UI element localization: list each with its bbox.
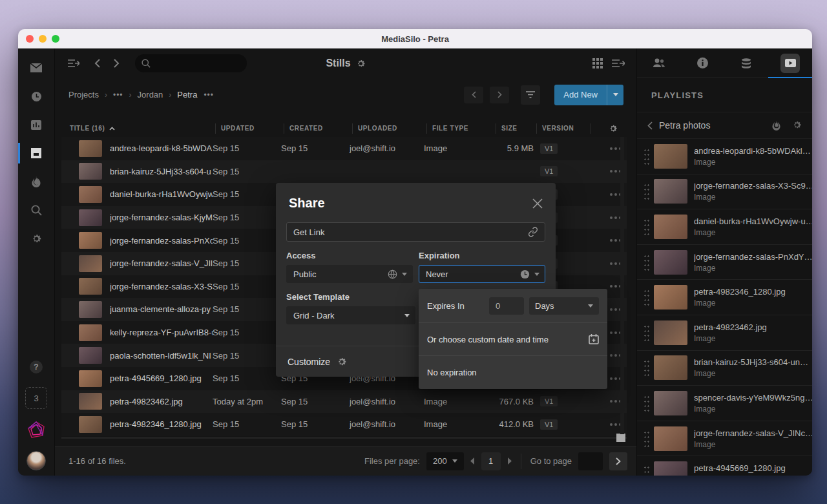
row-menu-button[interactable] [566, 193, 627, 196]
drag-handle-icon[interactable] [644, 465, 649, 476]
table-row[interactable]: petra-49823462.jpg Today at 2pm Sep 15 j… [61, 390, 627, 414]
horizontal-scrollbar-track[interactable] [61, 437, 627, 439]
playlist-item[interactable]: spencer-davis-yYeM9Wkz5ng… Image [637, 386, 812, 421]
drag-handle-icon[interactable] [644, 359, 649, 376]
tab-playlists[interactable] [768, 48, 812, 78]
file-thumbnail[interactable] [79, 209, 102, 226]
filter-icon[interactable] [521, 85, 540, 105]
custom-date-option[interactable]: Or choose custom date and time [419, 323, 607, 355]
no-expiration-option[interactable]: No expiration [419, 356, 607, 388]
file-title[interactable]: jorge-fernandez-salas-PnXc [110, 236, 213, 246]
playlist-item[interactable]: jorge-fernandez-salas-PnXdY… Image [637, 245, 812, 280]
files-per-page-select[interactable]: 200 [426, 452, 464, 470]
activity-flame-icon[interactable] [18, 167, 55, 196]
breadcrumb-projects[interactable]: Projects [68, 90, 99, 100]
file-thumbnail[interactable] [79, 416, 102, 433]
back-chevron-icon[interactable] [647, 121, 653, 130]
file-title[interactable]: paola-schotten-ldf5w1lk_NI [110, 351, 213, 361]
flame-icon[interactable] [772, 120, 780, 131]
playlist-thumbnail[interactable] [654, 215, 687, 239]
grid-view-icon[interactable] [592, 58, 603, 68]
back-icon[interactable] [87, 54, 107, 73]
table-row[interactable]: andrea-leopardi-k8-5bWDA Sep 15 Sep 15 j… [61, 137, 627, 160]
file-title[interactable]: petra-4945669_1280.jpg [110, 373, 213, 383]
search-icon[interactable] [18, 196, 55, 224]
collapse-sidebar-icon[interactable] [64, 54, 83, 73]
expiration-select[interactable]: Never [419, 265, 545, 283]
add-new-button[interactable]: Add New [554, 85, 623, 105]
add-new-dropdown[interactable] [607, 85, 623, 105]
tab-info[interactable] [681, 48, 725, 78]
column-header-uploaded[interactable]: UPLOADED [352, 123, 426, 134]
playlist-settings-gear-icon[interactable] [792, 120, 802, 130]
mail-icon[interactable] [18, 54, 55, 82]
column-settings-gear-icon[interactable] [609, 124, 618, 133]
row-menu-button[interactable] [566, 216, 627, 219]
file-title[interactable]: petra-4982346_1280.jpg [110, 419, 213, 429]
projects-icon[interactable] [18, 139, 55, 167]
row-menu-button[interactable] [566, 423, 627, 426]
row-menu-button[interactable] [566, 239, 627, 242]
row-menu-button[interactable] [566, 285, 627, 288]
playlist-item[interactable]: brian-kairuz-5JHj33-s604-un… Image [637, 351, 812, 386]
upload-queue-button[interactable]: 3 [18, 381, 55, 415]
queue-panel-icon[interactable] [612, 59, 625, 68]
drag-handle-icon[interactable] [644, 395, 649, 412]
current-page[interactable]: 1 [481, 452, 501, 470]
template-select[interactable]: Grid - Dark [286, 306, 415, 324]
file-title[interactable]: daniel-burka-rHa1WvOywjw [110, 189, 213, 199]
row-menu-button[interactable] [566, 262, 627, 265]
file-title[interactable]: kelly-repreza-YF-puAvrIB8-u [110, 328, 213, 337]
playlist-item[interactable]: petra-4945669_1280.jpg Image [637, 456, 812, 476]
customize-gear-icon[interactable] [337, 357, 347, 367]
tab-collaborators[interactable] [637, 48, 681, 78]
drag-handle-icon[interactable] [644, 430, 649, 447]
playlist-thumbnail[interactable] [654, 179, 687, 204]
file-title[interactable]: juanma-clemente-alloza-py [110, 304, 213, 314]
file-thumbnail[interactable] [79, 232, 102, 249]
next-page-button[interactable] [490, 87, 509, 103]
playlist-thumbnail[interactable] [654, 250, 687, 275]
forward-icon[interactable] [107, 54, 126, 73]
file-title[interactable]: petra-49823462.jpg [110, 397, 213, 406]
file-title[interactable]: jorge-fernandez-salas-V_JIl [110, 258, 213, 268]
breadcrumb-petra[interactable]: Petra [177, 90, 197, 100]
expires-in-input[interactable] [489, 297, 524, 315]
playlist-item[interactable]: jorge-fernandez-salas-X3-Sc9… Image [637, 174, 812, 210]
breadcrumb-collapsed[interactable]: ••• [113, 90, 123, 100]
file-thumbnail[interactable] [79, 393, 102, 410]
file-thumbnail[interactable] [79, 163, 102, 180]
drag-handle-icon[interactable] [644, 324, 649, 341]
search-input[interactable] [135, 54, 247, 72]
playlist-thumbnail[interactable] [654, 285, 687, 310]
table-row[interactable]: brian-kairuz-5JHj33-s604-u Sep 15 V1 [61, 160, 627, 184]
playlist-item[interactable]: petra-4982346_1280.jpg Image [637, 280, 812, 315]
playlist-thumbnail[interactable] [654, 320, 687, 345]
drag-handle-icon[interactable] [644, 289, 649, 306]
breadcrumb-jordan[interactable]: Jordan [138, 90, 163, 100]
column-header-updated[interactable]: UPDATED [215, 123, 284, 134]
file-title[interactable]: brian-kairuz-5JHj33-s604-u [110, 167, 213, 176]
next-page-icon[interactable] [507, 457, 512, 465]
file-thumbnail[interactable] [79, 324, 102, 341]
playlist-item[interactable]: daniel-burka-rHa1WvOywjw-u… Image [637, 209, 812, 245]
row-menu-button[interactable] [566, 400, 627, 403]
help-icon[interactable]: ? [18, 353, 55, 381]
column-header-version[interactable]: VERSION [536, 123, 591, 134]
drag-handle-icon[interactable] [644, 148, 649, 165]
playlist-thumbnail[interactable] [654, 461, 687, 476]
tab-storage[interactable] [725, 48, 769, 78]
access-select[interactable]: Public [286, 265, 413, 283]
go-to-page-button[interactable] [609, 452, 627, 470]
column-header-size[interactable]: SIZE [496, 123, 536, 134]
close-icon[interactable] [532, 198, 543, 209]
playlist-name[interactable]: Petra photos [659, 120, 710, 131]
column-header-created[interactable]: CREATED [284, 123, 352, 134]
stats-icon[interactable] [18, 110, 55, 139]
user-avatar[interactable] [18, 446, 55, 476]
row-menu-button[interactable] [566, 147, 627, 150]
playlist-thumbnail[interactable] [654, 426, 687, 451]
customize-label[interactable]: Customize [288, 357, 330, 367]
column-header-file-type[interactable]: FILE TYPE [426, 123, 496, 134]
playlist-item[interactable]: petra-49823462.jpg Image [637, 315, 812, 351]
